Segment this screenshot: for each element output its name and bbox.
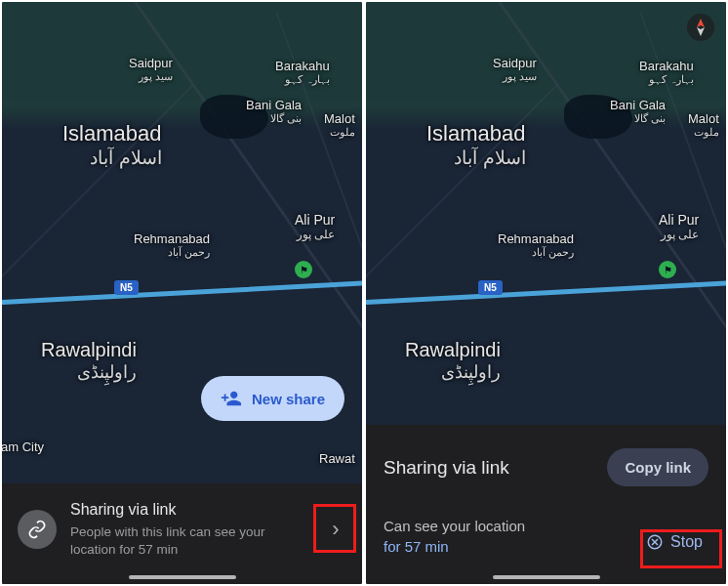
location-pin-icon[interactable]: ⚑ (659, 261, 676, 278)
cancel-circle-icon (646, 533, 664, 551)
map-label-rawat: Rawat (319, 451, 355, 466)
person-add-icon (221, 388, 242, 409)
sharing-sheet[interactable]: Sharing via link People with this link c… (2, 483, 362, 584)
home-indicator (129, 575, 236, 579)
map-label-rawalpindi: Rawalpindiراولپِنڈی (405, 339, 501, 383)
map-label-amcity: am City (2, 440, 44, 454)
stop-label: Stop (670, 533, 703, 551)
share-info-text: Can see your location for 57 min (384, 518, 525, 555)
map-label-rehmanabad: Rehmanabadرحمن آباد (498, 231, 574, 259)
svg-marker-1 (697, 27, 705, 36)
map-label-alipur: Ali Purعلی پور (295, 212, 335, 241)
map-label-alipur: Ali Purعلی پور (659, 212, 699, 241)
right-screen: N5 ⚑ Saidpurسید پور Barakahuبہارہ کہو Ba… (366, 2, 726, 584)
map-label-malot: Malotملوت (688, 111, 719, 139)
sheet-title: Sharing via link (384, 457, 509, 479)
map-label-banigala: Bani Galaبنی گالا (610, 98, 666, 125)
stop-sharing-button[interactable]: Stop (636, 525, 708, 555)
map-label-malot: Malotملوت (324, 111, 355, 139)
map-label-islamabad: Islamabadاسلام آباد (426, 121, 526, 169)
map-label-banigala: Bani Galaبنی گالا (246, 98, 302, 125)
new-share-button[interactable]: New share (201, 376, 344, 421)
map-label-barakahu: Barakahuبہارہ کہو (639, 59, 694, 86)
map-label-islamabad: Islamabadاسلام آباد (62, 121, 162, 169)
new-share-label: New share (252, 391, 325, 407)
copy-link-button[interactable]: Copy link (607, 448, 708, 486)
map-label-saidpur: Saidpurسید پور (129, 56, 173, 83)
highway-badge: N5 (114, 280, 139, 295)
compass-button[interactable] (687, 14, 714, 41)
highway-badge: N5 (478, 280, 503, 295)
location-pin-icon[interactable]: ⚑ (295, 261, 312, 278)
home-indicator (493, 575, 600, 579)
map-label-rawalpindi: Rawalpindiراولپِنڈی (41, 339, 137, 383)
sheet-text: Sharing via link People with this link c… (70, 501, 311, 559)
svg-marker-0 (697, 19, 705, 27)
sharing-sheet-expanded: Sharing via link Copy link Can see your … (366, 425, 726, 584)
sheet-title: Sharing via link (70, 501, 311, 519)
map-label-rehmanabad: Rehmanabadرحمن آباد (134, 231, 210, 259)
chevron-right-icon[interactable]: › (325, 517, 346, 542)
compass-icon (694, 19, 708, 36)
map-label-barakahu: Barakahuبہارہ کہو (275, 59, 330, 86)
map-label-saidpur: Saidpurسید پور (493, 56, 537, 83)
sheet-subtitle: People with this link can see your locat… (70, 523, 311, 559)
link-icon (18, 510, 57, 549)
left-screen: N5 ⚑ Saidpurسید پور Barakahuبہارہ کہو Ba… (2, 2, 362, 584)
